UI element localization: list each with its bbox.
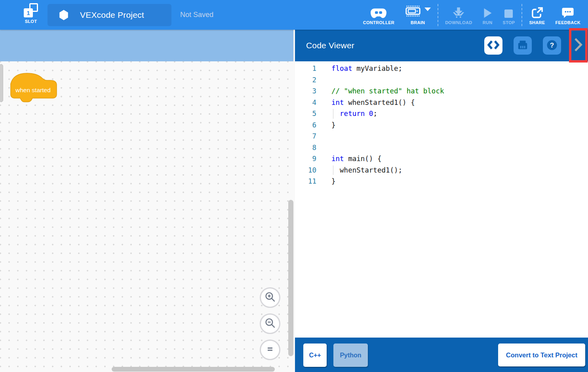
- line-number: 2: [295, 74, 316, 86]
- code-line: 10 whenStarted1();: [295, 165, 588, 176]
- print-button[interactable]: [514, 36, 532, 55]
- blocks-canvas[interactable]: when started: [0, 61, 295, 372]
- brain-icon: [405, 5, 421, 19]
- play-icon: [483, 5, 493, 19]
- left-scrollbar-thumb[interactable]: [0, 64, 3, 102]
- magnifier-plus-icon: [265, 291, 276, 304]
- feedback-icon: [561, 5, 574, 19]
- line-number: 9: [295, 153, 316, 165]
- code-text: int main() {: [331, 153, 381, 165]
- toolbox-strip: [0, 30, 293, 61]
- feedback-label: FEEDBACK: [555, 20, 580, 25]
- brain-button[interactable]: BRAIN: [400, 0, 436, 30]
- collapse-code-viewer-button[interactable]: [571, 30, 585, 60]
- download-button[interactable]: DOWNLOAD: [440, 0, 477, 30]
- code-toggle-button[interactable]: [484, 36, 502, 55]
- toolbar-separator: [438, 4, 438, 26]
- stop-button[interactable]: STOP: [498, 0, 520, 30]
- cpp-tab[interactable]: C++: [303, 344, 327, 367]
- code-viewer-footer: C++ Python Convert to Text Project: [295, 338, 588, 372]
- code-text: }: [331, 176, 336, 187]
- line-number: 1: [295, 63, 316, 74]
- controller-icon: [371, 5, 386, 19]
- magnifier-minus-icon: [265, 317, 276, 330]
- code-brackets-icon: [487, 40, 500, 51]
- share-button[interactable]: SHARE: [524, 0, 550, 30]
- download-label: DOWNLOAD: [445, 20, 472, 25]
- code-line: 3// "when started" hat block: [295, 85, 588, 97]
- highlight-annotation: [569, 28, 588, 63]
- line-number: 6: [295, 120, 316, 131]
- line-number: 10: [295, 165, 316, 176]
- code-line: 1float myVariable;: [295, 63, 588, 74]
- controller-button[interactable]: CONTROLLER: [358, 0, 400, 30]
- convert-to-text-button[interactable]: Convert to Text Project: [498, 344, 585, 366]
- line-number: 5: [295, 108, 316, 120]
- code-area: 1float myVariable;23// "when started" ha…: [295, 61, 588, 338]
- toolbar-actions: CONTROLLER BRAIN: [358, 0, 586, 30]
- line-number: 11: [295, 176, 316, 187]
- when-started-block[interactable]: when started: [10, 73, 57, 104]
- download-icon: [452, 5, 465, 19]
- share-icon: [531, 5, 543, 19]
- code-line: 7: [295, 131, 588, 142]
- run-label: RUN: [483, 20, 493, 25]
- code-line: 5 return 0;: [295, 108, 588, 120]
- share-label: SHARE: [529, 20, 545, 25]
- toolbar-separator: [521, 4, 522, 26]
- code-viewer-panel: Code Viewer: [295, 30, 588, 372]
- line-number: 8: [295, 142, 316, 154]
- line-number: 7: [295, 131, 316, 142]
- project-name-button[interactable]: VEXcode Project: [48, 4, 171, 26]
- question-mark-icon: ?: [546, 39, 558, 52]
- vertical-scrollbar-thumb[interactable]: [288, 200, 293, 356]
- run-button[interactable]: RUN: [478, 0, 498, 30]
- code-line: 2: [295, 74, 588, 86]
- chevron-down-icon: [424, 8, 431, 11]
- slot-number: 1: [24, 8, 33, 17]
- brain-label: BRAIN: [411, 20, 425, 25]
- help-button[interactable]: ?: [543, 36, 561, 55]
- code-line: 4int whenStarted1() {: [295, 97, 588, 108]
- code-text: whenStarted1();: [331, 165, 402, 176]
- blocks-workspace: when started: [0, 30, 295, 372]
- code-text: }: [331, 120, 336, 131]
- zoom-controls: [260, 287, 280, 366]
- stop-icon: [504, 5, 514, 19]
- top-toolbar: 1 SLOT VEXcode Project Not Saved CONTROL…: [0, 0, 588, 30]
- slot-label: SLOT: [25, 19, 37, 24]
- python-tab[interactable]: Python: [333, 344, 368, 367]
- code-viewer-title: Code Viewer: [306, 41, 354, 50]
- code-line: 11}: [295, 176, 588, 187]
- project-title: VEXcode Project: [80, 10, 144, 20]
- zoom-out-button[interactable]: [260, 313, 280, 334]
- line-number: 4: [295, 97, 316, 108]
- stop-label: STOP: [503, 20, 515, 25]
- block-label: when started: [15, 87, 51, 93]
- feedback-button[interactable]: FEEDBACK: [550, 0, 586, 30]
- code-text: int whenStarted1() {: [331, 97, 415, 108]
- horizontal-scrollbar-thumb[interactable]: [112, 367, 275, 372]
- code-text: // "when started" hat block: [331, 85, 444, 97]
- code-line: 6}: [295, 120, 588, 131]
- slot-button[interactable]: 1 SLOT: [21, 2, 41, 28]
- svg-text:?: ?: [550, 42, 554, 49]
- save-status: Not Saved: [180, 0, 213, 30]
- code-viewer-header: Code Viewer: [295, 30, 588, 61]
- chevron-right-icon: [574, 38, 582, 53]
- zoom-in-button[interactable]: [260, 287, 280, 308]
- equals-icon: [265, 344, 275, 356]
- line-number: 3: [295, 85, 316, 97]
- slot-icon: 1: [24, 3, 38, 17]
- zoom-reset-button[interactable]: [260, 340, 280, 360]
- code-line: 9int main() {: [295, 153, 588, 165]
- code-text: return 0;: [331, 108, 377, 120]
- code-text: float myVariable;: [331, 63, 402, 74]
- print-icon: [517, 40, 528, 52]
- controller-label: CONTROLLER: [363, 20, 394, 25]
- hexagon-icon: [59, 9, 69, 21]
- code-line: 8: [295, 142, 588, 154]
